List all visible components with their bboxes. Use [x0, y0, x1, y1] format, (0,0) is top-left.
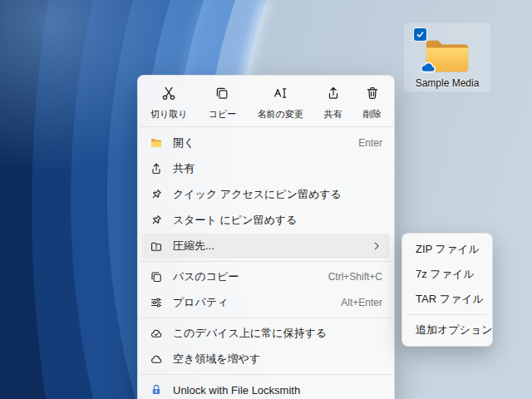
menu-item-share[interactable]: 共有	[142, 156, 390, 181]
delete-label: 削除	[363, 108, 382, 120]
menu-item-label: 圧縮先...	[173, 239, 352, 254]
cloud-icon	[150, 352, 163, 366]
menu-item-unlock-file-locksmith[interactable]: Unlock with File Locksmith	[142, 377, 390, 399]
pin-icon	[150, 214, 163, 227]
context-menu-toolbar: 切り取り コピー 名前の変更 共有	[138, 76, 394, 126]
submenu-item-7z[interactable]: 7z ファイル	[406, 262, 489, 287]
desktop[interactable]: Sample Media 切り取り コピー 名前の変更	[0, 0, 532, 399]
separator	[140, 374, 392, 375]
menu-item-open[interactable]: 開く Enter	[142, 131, 390, 155]
submenu-item-label: 追加オプション	[416, 323, 493, 337]
menu-item-label: クイック アクセスにピン留めする	[173, 187, 371, 202]
desktop-icon-sample-media[interactable]: Sample Media	[404, 23, 490, 91]
menu-item-shortcut: Alt+Enter	[341, 297, 382, 308]
submenu-item-label: 7z ファイル	[416, 267, 475, 282]
separator	[140, 261, 392, 262]
pin-icon	[150, 188, 163, 201]
menu-item-label: パスのコピー	[173, 269, 317, 284]
copy-icon	[214, 86, 229, 104]
cloud-check-icon	[150, 327, 163, 340]
menu-item-label: 開く	[173, 135, 347, 150]
menu-item-label: 共有	[173, 161, 371, 176]
onedrive-cloud-icon	[421, 62, 437, 76]
copy-label: コピー	[209, 108, 237, 120]
archive-icon	[150, 239, 163, 253]
scissors-icon	[161, 86, 176, 104]
menu-item-label: 空き領域を増やす	[173, 352, 371, 367]
share-icon	[326, 86, 341, 104]
delete-button[interactable]: 削除	[361, 84, 384, 121]
submenu-item-additional-options[interactable]: 追加オプション	[406, 318, 489, 342]
menu-item-copy-as-path[interactable]: パスのコピー Ctrl+Shift+C	[142, 264, 390, 289]
menu-item-label: プロパティ	[173, 295, 329, 310]
menu-item-properties[interactable]: プロパティ Alt+Enter	[142, 290, 390, 315]
lock-icon	[150, 383, 163, 397]
share-label: 共有	[324, 108, 342, 120]
menu-item-free-up-space[interactable]: 空き領域を増やす	[142, 347, 390, 372]
rename-label: 名前の変更	[257, 108, 303, 120]
menu-item-label: Unlock with File Locksmith	[173, 384, 371, 397]
menu-item-shortcut: Enter	[358, 137, 382, 149]
share-icon	[150, 162, 163, 175]
submenu-item-label: TAR ファイル	[416, 292, 484, 307]
menu-item-label: スタート にピン留めする	[173, 213, 371, 228]
cut-button[interactable]: 切り取り	[148, 84, 190, 121]
submenu-item-label: ZIP ファイル	[416, 242, 480, 257]
copy-button[interactable]: コピー	[206, 84, 239, 121]
folder-icon	[150, 136, 163, 150]
chevron-right-icon	[371, 240, 382, 252]
menu-item-pin-quick-access[interactable]: クイック アクセスにピン留めする	[142, 182, 390, 207]
menu-item-shortcut: Ctrl+Shift+C	[328, 271, 382, 283]
submenu-item-zip[interactable]: ZIP ファイル	[406, 237, 489, 262]
submenu-item-tar[interactable]: TAR ファイル	[406, 287, 489, 312]
desktop-icon-label: Sample Media	[416, 77, 480, 89]
context-menu-list: 開く Enter 共有 クイック アクセスにピン留めする	[138, 130, 394, 399]
folder-icon	[424, 37, 470, 75]
trash-icon	[365, 86, 380, 104]
menu-item-compress-to[interactable]: 圧縮先...	[142, 234, 390, 259]
separator	[140, 318, 392, 318]
menu-item-label: このデバイス上に常に保持する	[173, 326, 371, 341]
copy-path-icon	[150, 270, 163, 283]
menu-item-always-keep-on-device[interactable]: このデバイス上に常に保持する	[142, 321, 390, 346]
context-menu: 切り取り コピー 名前の変更 共有	[137, 75, 395, 399]
properties-icon	[150, 296, 163, 309]
share-button[interactable]: 共有	[322, 84, 345, 121]
cut-label: 切り取り	[150, 108, 188, 120]
rename-button[interactable]: 名前の変更	[254, 84, 305, 121]
separator	[407, 314, 487, 315]
rename-icon	[273, 86, 288, 104]
separator	[139, 126, 393, 127]
menu-item-pin-start[interactable]: スタート にピン留めする	[142, 208, 390, 233]
compress-submenu: ZIP ファイル 7z ファイル TAR ファイル 追加オプション	[401, 233, 493, 347]
